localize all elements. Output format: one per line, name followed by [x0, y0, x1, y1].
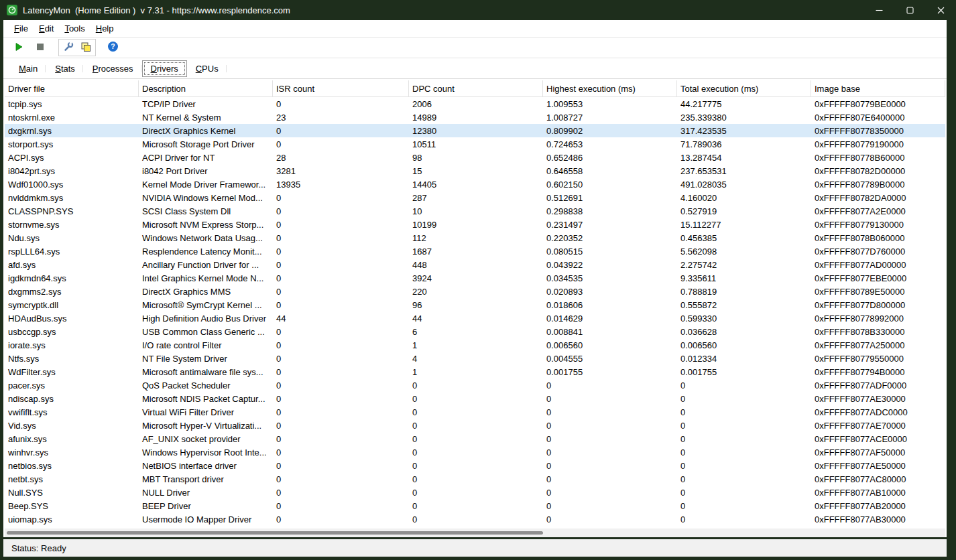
- app-icon[interactable]: [7, 5, 17, 15]
- table-cell: SCSI Class System Dll: [139, 204, 273, 218]
- menu-tools[interactable]: Tools: [59, 21, 90, 36]
- tab-cpus[interactable]: CPUs: [187, 60, 227, 77]
- table-row[interactable]: rspLLL64.sysResplendence Latency Monit..…: [5, 244, 945, 258]
- table-cell: 0.646558: [543, 164, 677, 178]
- table-row[interactable]: winhvr.sysWindows Hypervisor Root Inte..…: [5, 445, 945, 459]
- edit-filters-button[interactable]: [60, 40, 77, 56]
- table-header: Driver fileDescriptionISR countDPC count…: [5, 80, 945, 97]
- menu-help[interactable]: Help: [91, 21, 119, 36]
- start-monitor-button[interactable]: [10, 40, 27, 56]
- table-cell: 0xFFFFF8077EBE0000: [811, 271, 945, 285]
- table-cell: 0xFFFFF807794B0000: [811, 365, 945, 378]
- tab-main[interactable]: Main: [10, 60, 46, 77]
- menu-file[interactable]: File: [9, 21, 34, 36]
- table-cell: BEEP Driver: [139, 499, 273, 512]
- table-row[interactable]: ndiscap.sysMicrosoft NDIS Packet Captur.…: [5, 392, 945, 405]
- copy-report-button[interactable]: [77, 40, 95, 56]
- tab-drivers[interactable]: Drivers: [142, 60, 187, 77]
- table-row[interactable]: Ntfs.sysNT File System Driver040.0045550…: [5, 352, 945, 365]
- table-cell: 0: [543, 499, 677, 512]
- table-cell: 0.012334: [677, 352, 811, 365]
- table-row[interactable]: igdkmdn64.sysIntel Graphics Kernel Mode …: [5, 271, 945, 285]
- table-cell: 0: [543, 486, 677, 499]
- table-cell: 0xFFFFF80782DA0000: [811, 191, 945, 204]
- table-row[interactable]: WdFilter.sysMicrosoft antimalware file s…: [5, 365, 945, 378]
- table-row[interactable]: tcpip.sysTCP/IP Driver020061.00955344.21…: [5, 97, 945, 111]
- table-row[interactable]: netbt.sysMBT Transport driver00000xFFFFF…: [5, 472, 945, 486]
- table-row[interactable]: netbios.sysNetBIOS interface driver00000…: [5, 459, 945, 472]
- table-row[interactable]: i8042prt.sysi8042 Port Driver3281150.646…: [5, 164, 945, 178]
- table-row[interactable]: dxgmms2.sysDirectX Graphics MMS02200.020…: [5, 285, 945, 298]
- table-cell: 112: [409, 231, 543, 244]
- table-row[interactable]: Ndu.sysWindows Network Data Usag...01120…: [5, 231, 945, 244]
- table-cell: 0: [273, 191, 409, 204]
- help-icon: ?: [107, 41, 119, 54]
- column-header-total-execution-ms[interactable]: Total execution (ms): [677, 80, 811, 96]
- table-cell: 0xFFFFF8077ACE0000: [811, 432, 945, 445]
- table-row[interactable]: Wdf01000.sysKernel Mode Driver Framewor.…: [5, 178, 945, 191]
- stop-monitor-button[interactable]: [32, 40, 49, 56]
- table-cell: 0xFFFFF8077ADF0000: [811, 378, 945, 392]
- table-row[interactable]: CLASSPNP.SYSSCSI Class System Dll0100.29…: [5, 204, 945, 218]
- table-cell: 0: [273, 218, 409, 231]
- column-header-description[interactable]: Description: [139, 80, 273, 96]
- table-row[interactable]: dxgkrnl.sysDirectX Graphics Kernel012380…: [5, 124, 945, 137]
- table-cell: Ndu.sys: [5, 231, 139, 244]
- table-row[interactable]: stornvme.sysMicrosoft NVM Express Storp.…: [5, 218, 945, 231]
- column-header-dpc-count[interactable]: DPC count: [409, 80, 543, 96]
- table-cell: 0.008841: [543, 325, 677, 338]
- table-cell: AF_UNIX socket provider: [139, 432, 273, 445]
- table-cell: 0xFFFFF80778350000: [811, 124, 945, 137]
- tab-stats[interactable]: Stats: [46, 60, 84, 77]
- column-header-driver-file[interactable]: Driver file: [5, 80, 139, 96]
- table-row[interactable]: Vid.sysMicrosoft Hyper-V Virtualizati...…: [5, 419, 945, 432]
- table-row[interactable]: pacer.sysQoS Packet Scheduler00000xFFFFF…: [5, 378, 945, 392]
- table-cell: igdkmdn64.sys: [5, 271, 139, 285]
- table-row[interactable]: HDAudBus.sysHigh Definition Audio Bus Dr…: [5, 311, 945, 325]
- table-cell: 0xFFFFF80779130000: [811, 218, 945, 231]
- table-cell: 0: [409, 378, 543, 392]
- tab-processes[interactable]: Processes: [84, 60, 142, 77]
- column-header-isr-count[interactable]: ISR count: [273, 80, 409, 96]
- table-row[interactable]: Beep.SYSBEEP Driver00000xFFFFF8077AB2000…: [5, 499, 945, 512]
- table-cell: 237.653531: [677, 164, 811, 178]
- table-row[interactable]: afunix.sysAF_UNIX socket provider00000xF…: [5, 432, 945, 445]
- table-cell: 0: [543, 459, 677, 472]
- table-row[interactable]: afd.sysAncillary Function Driver for ...…: [5, 258, 945, 271]
- title-bar[interactable]: LatencyMon (Home Edition ) v 7.31 - http…: [0, 0, 956, 20]
- horizontal-scrollbar[interactable]: [5, 529, 945, 537]
- table-cell: 0xFFFFF8077AD00000: [811, 258, 945, 271]
- table-cell: 448: [409, 258, 543, 271]
- drivers-table: Driver fileDescriptionISR countDPC count…: [3, 79, 947, 537]
- table-row[interactable]: Null.SYSNULL Driver00000xFFFFF8077AB1000…: [5, 486, 945, 499]
- table-cell: 0: [543, 512, 677, 526]
- table-cell: 0.001755: [543, 365, 677, 378]
- play-icon: [13, 42, 24, 54]
- table-row[interactable]: ACPI.sysACPI Driver for NT28980.65248613…: [5, 151, 945, 164]
- minimize-button[interactable]: [863, 0, 894, 20]
- scrollbar-thumb[interactable]: [7, 531, 543, 535]
- maximize-button[interactable]: [894, 0, 925, 20]
- table-cell: 0.020893: [543, 285, 677, 298]
- menu-edit[interactable]: Edit: [34, 21, 59, 36]
- table-cell: 0.231497: [543, 218, 677, 231]
- table-cell: 1.008727: [543, 111, 677, 124]
- table-row[interactable]: storport.sysMicrosoft Storage Port Drive…: [5, 137, 945, 151]
- column-header-image-base[interactable]: Image base: [811, 80, 945, 96]
- table-row[interactable]: iorate.sysI/O rate control Filter010.006…: [5, 338, 945, 352]
- table-row[interactable]: symcryptk.dllMicrosoft® SymCrypt Kernel …: [5, 298, 945, 311]
- help-button[interactable]: ?: [104, 40, 121, 56]
- table-cell: 220: [409, 285, 543, 298]
- table-cell: 71.789036: [677, 137, 811, 151]
- column-header-highest-execution-ms[interactable]: Highest execution (ms): [543, 80, 677, 96]
- latencymon-window: LatencyMon (Home Edition ) v 7.31 - http…: [0, 0, 956, 560]
- table-cell: 0.006560: [543, 338, 677, 352]
- table-row[interactable]: nvlddmkm.sysNVIDIA Windows Kernel Mod...…: [5, 191, 945, 204]
- table-row[interactable]: ntoskrnl.exeNT Kernel & System23149891.0…: [5, 111, 945, 124]
- table-cell: 3281: [273, 164, 409, 178]
- close-button[interactable]: [925, 0, 956, 20]
- table-row[interactable]: uiomap.sysUsermode IO Mapper Driver00000…: [5, 512, 945, 526]
- table-row[interactable]: usbccgp.sysUSB Common Class Generic ...0…: [5, 325, 945, 338]
- table-cell: 0.602150: [543, 178, 677, 191]
- table-row[interactable]: vwififlt.sysVirtual WiFi Filter Driver00…: [5, 405, 945, 419]
